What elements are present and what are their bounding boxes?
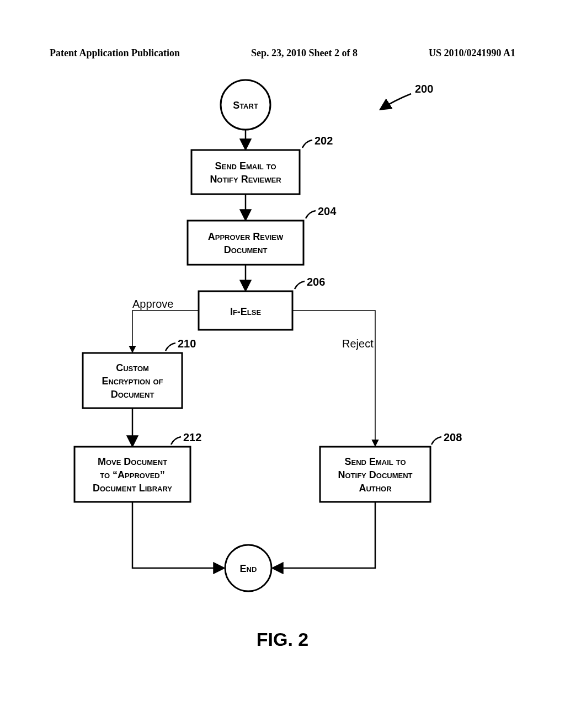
header-left: Patent Application Publication (50, 47, 180, 59)
node-208-l2: Notify Document (338, 469, 413, 480)
node-210-l3: Document (111, 389, 154, 400)
node-208-l3: Author (359, 483, 392, 494)
node-210-l2: Encryption of (102, 376, 163, 387)
edge-212-end (132, 502, 223, 568)
node-204-l2: Document (224, 244, 268, 255)
ref-204-leader (306, 211, 316, 218)
node-212-l2: to “Approved” (100, 469, 164, 480)
ref-204: 204 (318, 205, 337, 217)
node-204 (188, 221, 303, 265)
node-212-l1: Move Document (98, 456, 167, 467)
node-202-l2: Notify Reviewer (210, 174, 281, 185)
node-204-l1: Approver Review (208, 231, 284, 242)
ref-206-leader (295, 281, 305, 289)
figure-caption: FIG. 2 (0, 629, 565, 650)
ref-210-leader (166, 343, 175, 351)
flowchart: 200 Start Send Email to Notify Reviewer … (0, 66, 565, 673)
ref-202-leader (302, 140, 312, 148)
node-202 (191, 150, 300, 194)
node-208-l1: Send Email to (344, 456, 406, 467)
page-header: Patent Application Publication Sep. 23, … (50, 47, 515, 59)
edge-206-208 (292, 311, 375, 446)
edge-approve-label: Approve (132, 298, 174, 310)
header-right: US 2010/0241990 A1 (429, 47, 515, 59)
edge-reject-label: Reject (342, 338, 374, 350)
ref-212: 212 (183, 431, 201, 443)
node-end-label: End (240, 563, 257, 574)
header-center: Sep. 23, 2010 Sheet 2 of 8 (251, 47, 358, 59)
node-210-l1: Custom (116, 362, 149, 373)
ref-208-leader (431, 437, 441, 445)
ref-200-leader (381, 94, 411, 109)
node-212-l3: Document Library (93, 483, 172, 494)
ref-210: 210 (178, 338, 196, 350)
node-206-label: If-Else (230, 306, 262, 317)
ref-202: 202 (315, 135, 333, 147)
ref-200: 200 (415, 83, 433, 95)
node-start-label: Start (233, 100, 258, 111)
edge-208-end (273, 502, 375, 568)
ref-208: 208 (444, 431, 462, 443)
node-202-l1: Send Email to (215, 160, 276, 172)
ref-212-leader (171, 437, 181, 445)
ref-206: 206 (307, 276, 325, 288)
